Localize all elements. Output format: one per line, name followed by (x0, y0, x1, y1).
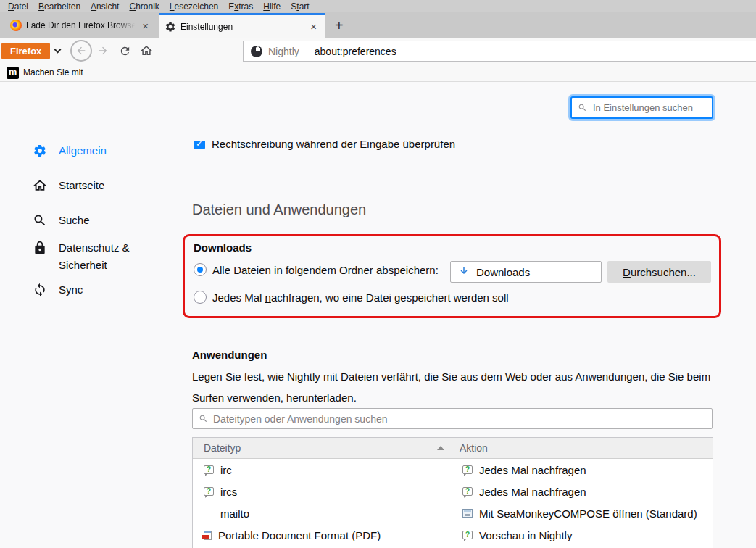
lock-icon (33, 241, 47, 255)
sync-icon (33, 283, 47, 297)
download-arrow-icon (457, 265, 470, 278)
table-header-row: Dateityp Aktion (193, 438, 713, 459)
sidebar-item-suche[interactable]: Suche (26, 212, 178, 229)
search-icon (199, 414, 208, 423)
applications-description: Legen Sie fest, wie Nightly mit Dateien … (192, 366, 717, 408)
gear-icon (33, 144, 47, 158)
radio-always-ask: Jedes Mal nachfragen, wo eine Datei gesp… (194, 291, 509, 304)
section-title: Dateien und Anwendungen (192, 202, 366, 218)
bookmarks-toolbar: m Machen Sie mit (0, 64, 756, 82)
home-icon (140, 44, 153, 57)
protocol-handler-icon (204, 465, 214, 474)
new-tab-button[interactable]: + (331, 18, 348, 33)
applications-search-input[interactable] (212, 412, 712, 425)
search-icon (578, 103, 587, 112)
radio-save-label: Alle Dateien in folgendem Ordner abspeic… (212, 264, 439, 276)
downloads-heading: Downloads (194, 241, 252, 254)
table-row[interactable]: mailto Mit SeaMonkeyCOMPOSE öffnen (Stan… (193, 502, 713, 524)
settings-search-box (570, 96, 713, 119)
identity-label: Nightly (268, 46, 299, 57)
mozilla-favicon-icon: m (7, 67, 19, 79)
menu-extras[interactable]: Extras (223, 1, 258, 12)
back-button[interactable] (70, 40, 92, 62)
navigation-toolbar: Firefox Nightly about:preferences (0, 38, 756, 64)
forward-button[interactable] (92, 40, 114, 62)
spellcheck-label: Rechtschreibung während der Eingabe über… (212, 138, 455, 150)
browse-button[interactable]: Durchsuchen... (607, 261, 711, 283)
column-header-aktion[interactable]: Aktion (452, 442, 488, 454)
applications-heading: Anwendungen (192, 349, 267, 361)
sort-ascending-icon (437, 446, 444, 450)
nightly-logo-icon (251, 46, 262, 57)
firefox-menu-button[interactable]: Firefox (1, 43, 50, 59)
applications-search-box (192, 408, 713, 429)
search-icon (33, 213, 47, 228)
url-text: about:preferences (315, 46, 396, 57)
menu-chronik[interactable]: Chronik (124, 1, 164, 12)
tab-close-icon[interactable]: × (139, 20, 151, 31)
gear-icon (165, 21, 176, 33)
radio-ask-label: Jedes Mal nachfragen, wo eine Datei gesp… (212, 291, 509, 304)
reload-button[interactable] (114, 40, 136, 62)
tab-firefox-download[interactable]: Lade Dir den Firefox Browser in × (4, 13, 157, 38)
firefox-favicon-icon (10, 20, 22, 31)
application-icon (462, 509, 473, 518)
urlbar-separator (307, 45, 307, 58)
download-folder-picker[interactable]: Downloads (450, 261, 602, 283)
chevron-down-icon[interactable] (54, 46, 62, 54)
radio-button-selected[interactable] (194, 263, 207, 276)
table-row[interactable]: irc Jedes Mal nachfragen (193, 459, 713, 481)
radio-button-unselected[interactable] (194, 291, 207, 304)
url-bar[interactable]: Nightly about:preferences (243, 41, 756, 62)
menu-datei[interactable]: Datei (3, 1, 33, 12)
sidebar-item-datenschutz[interactable]: Datenschutz & Sicherheit (26, 239, 178, 274)
sidebar-item-sync[interactable]: Sync (26, 281, 178, 299)
bookmark-machen-sie-mit[interactable]: Machen Sie mit (23, 67, 83, 78)
spellcheck-checkbox[interactable]: ✓ (194, 138, 205, 149)
file-handlers-table: Dateityp Aktion irc Jedes Mal nachfragen… (192, 437, 713, 548)
tab-einstellungen[interactable]: Einstellungen × (159, 13, 325, 38)
ask-action-icon (462, 465, 473, 474)
protocol-handler-icon (204, 487, 214, 496)
tab-close-icon[interactable]: × (307, 21, 320, 32)
radio-save-to-folder: Alle Dateien in folgendem Ordner abspeic… (194, 263, 439, 276)
table-row[interactable]: Portable Document Format (PDF) Vorschau … (193, 524, 713, 546)
reload-icon (119, 45, 131, 57)
tab-title: Lade Dir den Firefox Browser in (26, 20, 135, 30)
browser-window: Datei Bearbeiten Ansicht Chronik Lesezei… (0, 0, 756, 548)
tab-title: Einstellungen (180, 22, 303, 32)
preferences-page: Allgemein Startseite Suche Datenschutz &… (0, 82, 756, 548)
settings-search-input[interactable] (591, 101, 712, 114)
menu-bearbeiten[interactable]: Bearbeiten (33, 1, 86, 12)
menu-ansicht[interactable]: Ansicht (86, 1, 124, 12)
tab-bar: Lade Dir den Firefox Browser in × Einste… (0, 12, 756, 38)
ask-action-icon (462, 487, 473, 496)
sidebar-item-startseite[interactable]: Startseite (26, 177, 178, 194)
back-arrow-icon (75, 45, 87, 57)
ask-action-icon (462, 531, 473, 539)
sidebar-item-allgemein[interactable]: Allgemein (26, 142, 178, 159)
section-divider (192, 188, 713, 188)
forward-arrow-icon (97, 45, 109, 57)
spellcheck-row: ✓ Rechtschreibung während der Eingabe üb… (194, 135, 455, 152)
table-row[interactable]: ircs Jedes Mal nachfragen (193, 481, 713, 502)
pdf-file-icon (204, 531, 212, 540)
column-header-dateityp[interactable]: Dateityp (193, 442, 437, 454)
menu-bar: Datei Bearbeiten Ansicht Chronik Lesezei… (0, 0, 756, 12)
menu-hilfe[interactable]: Hilfe (258, 1, 286, 12)
home-icon (33, 178, 47, 193)
home-button[interactable] (136, 40, 157, 62)
folder-name: Downloads (476, 266, 530, 278)
menu-start[interactable]: Start (286, 1, 314, 12)
menu-lesezeichen[interactable]: Lesezeichen (165, 1, 223, 12)
